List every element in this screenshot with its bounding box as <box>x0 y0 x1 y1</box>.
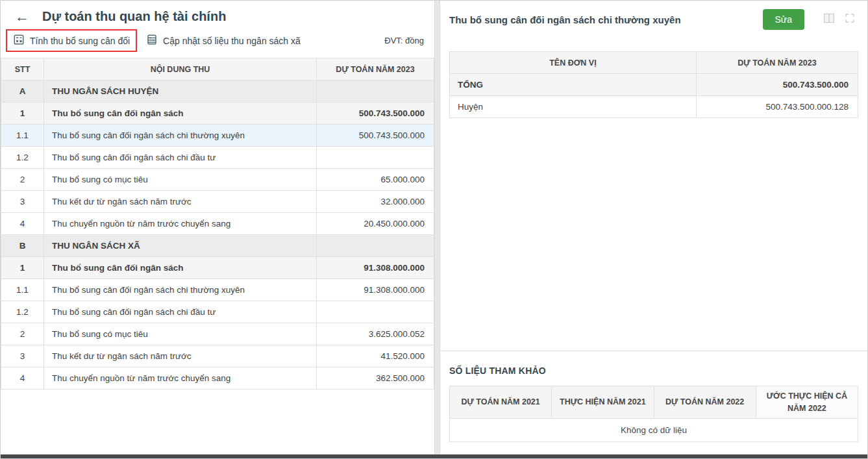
table-row[interactable]: 4 Thu chuyển nguồn từ năm trước chuyển s… <box>1 213 434 235</box>
panel-divider <box>434 1 440 454</box>
calculator-icon <box>13 34 25 47</box>
table-row[interactable]: 3 Thu kết dư từ ngân sách năm trước 41.5… <box>1 345 434 367</box>
revenue-table: STT NỘI DUNG THU DỰ TOÁN NĂM 2023 A THU … <box>1 58 434 390</box>
table-row[interactable]: 1 Thu bổ sung cân đối ngân sách 500.743.… <box>1 103 434 125</box>
bottom-bar <box>1 454 867 458</box>
left-toolbar: Tính thu bổ sung cân đối Cập nhật số liệ… <box>1 27 434 58</box>
reference-title: SỐ LIỆU THAM KHẢO <box>449 366 858 376</box>
total-row: TỔNG 500.743.500.000 <box>450 74 858 96</box>
fullscreen-icon[interactable] <box>844 12 856 27</box>
page-title: Dự toán thu quan hệ tài chính <box>42 9 226 24</box>
table-row-selected[interactable]: 1.1 Thu bổ sung cân đối ngân sách chi th… <box>1 125 434 147</box>
reference-section: SỐ LIỆU THAM KHẢO DỰ TOÁN NĂM 2021 THỰC … <box>440 351 867 454</box>
edit-button[interactable]: Sửa <box>763 9 805 30</box>
right-panel: Thu bổ sung cân đối ngân sách chi thường… <box>440 1 867 454</box>
detail-section: Thu bổ sung cân đối ngân sách chi thường… <box>440 1 867 351</box>
header-ref-2021-actual: THỰC HIỆN NĂM 2021 <box>552 386 654 419</box>
table-row[interactable]: 4 Thu chuyển nguồn từ năm trước chuyển s… <box>1 367 434 390</box>
header-unit-value: DỰ TOÁN NĂM 2023 <box>696 52 858 74</box>
header-ref-2021-plan: DỰ TOÁN NĂM 2021 <box>450 386 552 419</box>
table-row[interactable]: 2 Thu bổ sung có mục tiêu 3.625.000.052 <box>1 323 434 345</box>
header-content: NỘI DUNG THU <box>44 58 317 81</box>
reference-table: DỰ TOÁN NĂM 2021 THỰC HIỆN NĂM 2021 DỰ T… <box>449 386 858 442</box>
no-data-message: Không có dữ liệu <box>450 419 858 442</box>
header-ref-2022-plan: DỰ TOÁN NĂM 2022 <box>654 386 756 419</box>
table-row[interactable]: 1.2 Thu bổ sung cân đối ngân sách chi đầ… <box>1 147 434 169</box>
table-row[interactable]: 2 Thu bổ sung có mục tiêu 65.000.000 <box>1 169 434 191</box>
revenue-table-header: STT NỘI DUNG THU DỰ TOÁN NĂM 2023 <box>1 58 434 81</box>
header-unit-name: TÊN ĐƠN VỊ <box>450 52 697 74</box>
table-row: A THU NGÂN SÁCH HUYỆN <box>1 81 434 103</box>
annotation-highlight: Tính thu bổ sung cân đối <box>6 29 137 52</box>
unit-table: TÊN ĐƠN VỊ DỰ TOÁN NĂM 2023 TỔNG 500.743… <box>449 51 858 118</box>
unit-label: ĐVT: đồng <box>384 36 424 45</box>
detail-header: Thu bổ sung cân đối ngân sách chi thường… <box>449 1 858 30</box>
table-row[interactable]: 3 Thu kết dư từ ngân sách năm trước 32.0… <box>1 191 434 213</box>
left-panel: ← Dự toán thu quan hệ tài chính <box>1 1 434 454</box>
app-window: ← Dự toán thu quan hệ tài chính <box>0 0 868 459</box>
back-arrow-icon[interactable]: ← <box>15 10 42 24</box>
table-row: B THU NGÂN SÁCH XÃ <box>1 235 434 257</box>
update-commune-data-button[interactable]: Cập nhật số liệu thu ngân sách xã <box>146 34 301 47</box>
table-row[interactable]: 1 Thu bổ sung cân đối ngân sách 91.308.0… <box>1 257 434 279</box>
calc-balance-button[interactable]: Tính thu bổ sung cân đối <box>13 34 130 47</box>
table-row[interactable]: 1.1 Thu bổ sung cân đối ngân sách chi th… <box>1 279 434 301</box>
unit-row[interactable]: Huyện 500.743.500.000.128 <box>450 96 858 118</box>
split-view-icon[interactable] <box>823 12 836 27</box>
update-commune-label: Cập nhật số liệu thu ngân sách xã <box>163 36 301 46</box>
header-ref-2022-estimate: ƯỚC THỰC HIỆN CẢ NĂM 2022 <box>756 386 858 419</box>
left-header: ← Dự toán thu quan hệ tài chính <box>1 1 434 27</box>
header-stt: STT <box>1 58 44 81</box>
empty-row: Không có dữ liệu <box>450 419 858 442</box>
reference-table-header: DỰ TOÁN NĂM 2021 THỰC HIỆN NĂM 2021 DỰ T… <box>450 386 858 419</box>
header-value: DỰ TOÁN NĂM 2023 <box>317 58 434 81</box>
table-row[interactable]: 1.2 Thu bổ sung cân đối ngân sách chi đầ… <box>1 301 434 323</box>
ledger-icon <box>146 34 158 47</box>
calc-balance-label: Tính thu bổ sung cân đối <box>30 36 130 46</box>
detail-title: Thu bổ sung cân đối ngân sách chi thường… <box>449 14 681 25</box>
unit-table-header: TÊN ĐƠN VỊ DỰ TOÁN NĂM 2023 <box>450 52 858 74</box>
